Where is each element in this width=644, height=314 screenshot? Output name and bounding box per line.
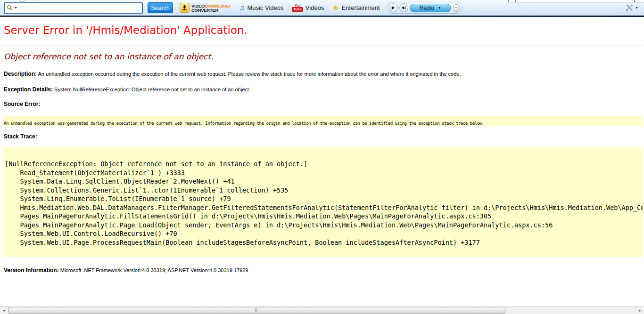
download-arrow-icon [180, 3, 190, 13]
scrollbar-grip-icon [255, 308, 259, 312]
source-error-heading: Source Error: [4, 101, 40, 107]
toolbar-item-label: Music Videos [247, 4, 283, 11]
stack-trace-box: [NullReferenceException: Object referenc… [3, 147, 643, 257]
scroll-left-arrow-icon[interactable]: ◄ [0, 306, 8, 314]
version-information-line: Version Information: Microsoft .NET Fram… [4, 267, 248, 274]
error-subtitle: Object reference not set to an instance … [4, 52, 214, 61]
logo-text: VIDEODOWNLOAD CONVERTER [191, 4, 231, 12]
volume-button[interactable] [399, 3, 408, 12]
chrome-glyph-remnant [515, 0, 516, 2]
youtube-icon: You Tube [292, 4, 303, 12]
radio-caret-icon: ▼ [438, 6, 441, 9]
search-input[interactable] [19, 4, 140, 12]
search-icon [7, 5, 13, 11]
tools-caret-icon[interactable]: ▼ [635, 6, 638, 9]
search-box[interactable]: ▼ [4, 2, 143, 14]
exception-details-label: Exception Details: [4, 86, 53, 93]
scrollbar-thumb[interactable] [8, 307, 505, 314]
horizontal-scrollbar[interactable]: ◄ ► [0, 306, 644, 314]
divider [1, 262, 643, 262]
tools-icon [626, 4, 634, 12]
browser-toolbar: ▼ Search VIDEODOWNLOAD CONVERTER ♫ Music… [0, 0, 644, 17]
radio-select[interactable]: Radio ▼ [410, 4, 451, 12]
radio-label: Radio [419, 5, 434, 11]
version-information-text: Microsoft .NET Framework Version:4.0.303… [60, 267, 248, 273]
version-information-label: Version Information: [4, 267, 59, 274]
toolbar-options-button[interactable]: ▼ [626, 4, 638, 12]
error-title: Server Error in '/Hmis/Mediation' Applic… [4, 24, 248, 36]
description-text: An unhandled exception occurred during t… [38, 71, 461, 77]
description-line: Description: An unhandled exception occu… [4, 71, 461, 77]
divider [1, 46, 643, 46]
source-error-box: An unhandled exception was generated dur… [3, 116, 643, 126]
error-page: Server Error in '/Hmis/Mediation' Applic… [0, 17, 644, 306]
radio-player: ▶ Radio ▼ − [387, 2, 462, 14]
music-note-icon: ♫ [239, 4, 245, 12]
stack-trace-heading: Stack Trace: [4, 133, 37, 140]
play-button[interactable]: ▶ [389, 3, 398, 12]
toolbar-item-videos[interactable]: You Tube Videos [292, 4, 324, 12]
toolbar-item-label: Videos [305, 4, 324, 11]
exception-details-text: System.NullReferenceException: Object re… [54, 87, 250, 92]
speaker-icon [401, 5, 406, 10]
toolbar-item-label: Entertainment [342, 4, 380, 11]
star-icon: ★ [332, 4, 339, 12]
video-download-converter-logo[interactable]: VIDEODOWNLOAD CONVERTER [180, 3, 231, 13]
description-label: Description: [4, 71, 37, 77]
source-error-text: An unhandled exception was generated dur… [4, 121, 484, 126]
collapse-toolbar-button[interactable]: − [453, 4, 460, 12]
chrome-glyph-remnant [634, 0, 635, 2]
scroll-right-arrow-icon[interactable]: ► [636, 306, 644, 314]
minus-icon: − [455, 6, 458, 10]
toolbar-item-music-videos[interactable]: ♫ Music Videos [239, 4, 284, 12]
browser-chrome-remnant [508, 0, 644, 2]
search-scope-caret-icon[interactable]: ▼ [14, 6, 17, 9]
toolbar-item-entertainment[interactable]: ★ Entertainment [332, 4, 380, 12]
search-button[interactable]: Search [148, 2, 173, 13]
stack-trace-text: [NullReferenceException: Object referenc… [5, 160, 643, 247]
play-icon: ▶ [392, 6, 395, 10]
exception-details-line: Exception Details: System.NullReferenceE… [4, 86, 250, 93]
